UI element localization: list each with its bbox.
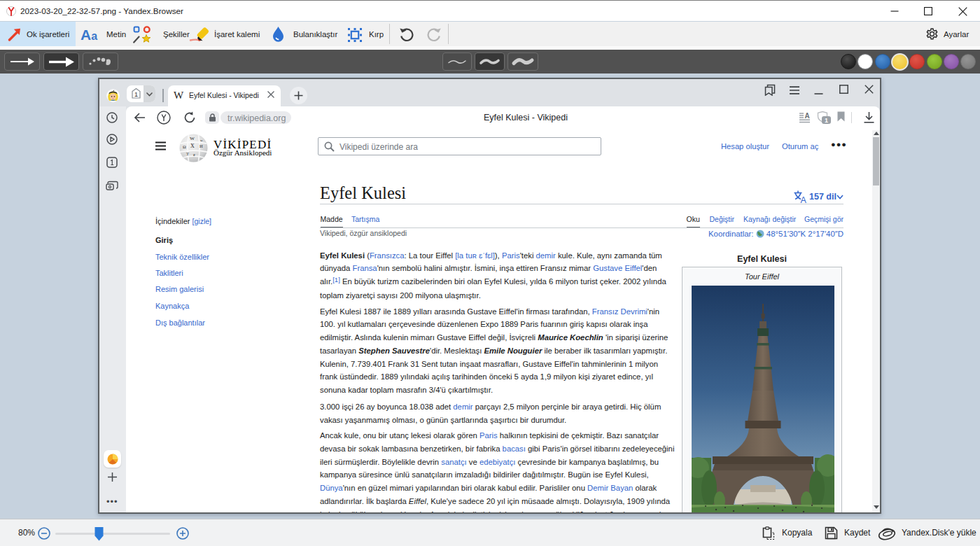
svg-text:w: w (200, 139, 203, 142)
svg-text:1: 1 (134, 91, 138, 98)
svg-text:X: X (190, 143, 195, 149)
svg-text:A: A (801, 195, 807, 204)
svg-text:И: И (200, 144, 203, 148)
svg-text:A: A (805, 112, 810, 120)
svg-text:Ω: Ω (183, 145, 186, 149)
svg-text:e: e (193, 153, 195, 157)
svg-text:1: 1 (825, 117, 828, 124)
svg-text:T: T (186, 152, 189, 156)
svg-text:W: W (190, 136, 195, 141)
